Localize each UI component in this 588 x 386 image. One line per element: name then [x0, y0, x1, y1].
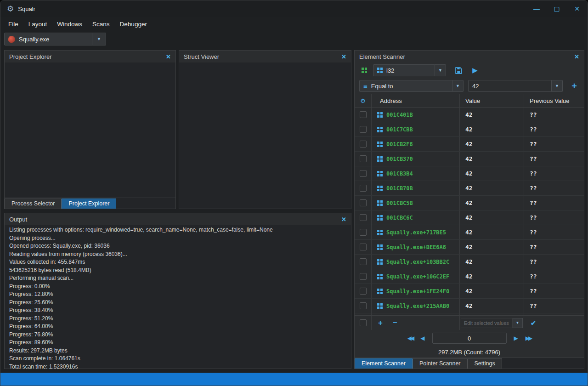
result-previous-value: ??	[530, 141, 537, 148]
address-cell: Squally.exe+106C2EF	[371, 269, 459, 284]
value-column-header[interactable]: Value	[459, 94, 524, 107]
start-scan-button[interactable]: ▶	[470, 65, 480, 75]
previous-value-cell: ??	[524, 225, 584, 239]
previous-page-button[interactable]: ◀	[420, 335, 424, 341]
result-value: 42	[465, 126, 473, 133]
scan-result-row[interactable]: 001CB3B4 42 ??	[355, 166, 584, 181]
freeze-checkbox[interactable]	[360, 302, 367, 309]
edit-value-dropdown-arrow[interactable]: ▼	[513, 318, 523, 328]
data-type-dropdown[interactable]: i32	[373, 64, 435, 76]
maximize-button[interactable]: ▢	[553, 5, 561, 12]
freeze-cell	[355, 166, 371, 181]
page-number-input[interactable]: 0	[432, 333, 507, 344]
close-panel-icon[interactable]: ✕	[341, 53, 346, 60]
close-panel-icon[interactable]: ✕	[574, 53, 579, 60]
freeze-checkbox[interactable]	[360, 258, 367, 265]
comparison-dropdown[interactable]: ≡ Equal to	[359, 80, 452, 92]
add-result-button[interactable]: +	[378, 319, 383, 327]
edit-value-input[interactable]: Edit selected values	[461, 318, 513, 328]
add-constraint-button[interactable]: +	[569, 81, 579, 91]
freeze-checkbox[interactable]	[360, 214, 367, 221]
address-column-header[interactable]: Address	[371, 94, 459, 107]
menu-item[interactable]: Scans	[87, 19, 115, 29]
previous-value-column-header[interactable]: Previous Value	[524, 94, 584, 107]
scan-value-input[interactable]: 42	[468, 80, 552, 92]
app-window: ⚙ Squalr — ▢ ✕ File Layout Windows Scans…	[0, 0, 588, 386]
process-selector[interactable]: Squally.exe	[4, 33, 92, 45]
freeze-checkbox[interactable]	[360, 288, 367, 295]
struct-viewer-header: Struct Viewer ✕	[179, 51, 351, 62]
freeze-cell	[355, 240, 371, 254]
commit-values-button[interactable]: ✔	[524, 319, 536, 327]
result-address: 001CBC5B	[386, 200, 413, 206]
close-panel-icon[interactable]: ✕	[166, 53, 171, 60]
scan-result-row[interactable]: 001CB370 42 ??	[355, 152, 584, 166]
output-header: Output ✕	[5, 213, 351, 225]
chevron-down-icon: ▼	[516, 321, 520, 325]
freeze-cell	[355, 181, 371, 195]
freeze-checkbox[interactable]	[360, 185, 367, 192]
scan-result-row[interactable]: 001CBC6C 42 ??	[355, 210, 584, 225]
freeze-checkbox[interactable]	[360, 199, 367, 206]
data-type-grid-icon	[377, 244, 383, 250]
scan-result-row[interactable]: 001C7CBB 42 ??	[355, 122, 584, 137]
scan-result-row[interactable]: 001CB2F8 42 ??	[355, 137, 584, 152]
tab-project-explorer[interactable]: Project Explorer	[62, 199, 116, 209]
menu-item[interactable]: Layout	[23, 19, 52, 29]
freeze-checkbox[interactable]	[360, 244, 367, 250]
freeze-cell	[355, 225, 371, 239]
value-cell: 42	[459, 122, 524, 136]
freeze-checkbox[interactable]	[360, 229, 367, 236]
tab-settings[interactable]: Settings	[468, 358, 502, 369]
menu-item[interactable]: Debugger	[115, 19, 152, 29]
tab-process-selector[interactable]: Process Selector	[5, 199, 62, 209]
scan-result-row[interactable]: Squally.exe+1FE24F0 42 ??	[355, 284, 584, 299]
process-selector-row: Squally.exe ▼	[0, 31, 588, 47]
tab-element-scanner[interactable]: Element Scanner	[355, 358, 413, 369]
result-address: Squally.exe+717BE5	[386, 229, 446, 236]
last-page-button[interactable]: ▶▶	[526, 335, 531, 341]
scan-result-row[interactable]: Squally.exe+BEE6A8 42 ??	[355, 240, 584, 255]
value-cell: 42	[459, 137, 524, 151]
menu-item[interactable]: Windows	[52, 19, 87, 29]
save-results-icon[interactable]	[453, 65, 464, 75]
close-button[interactable]: ✕	[573, 5, 581, 12]
tab-pointer-scanner[interactable]: Pointer Scanner	[413, 358, 468, 369]
log-line: Performing manual scan...	[9, 274, 346, 283]
scan-result-row[interactable]: 001C401B 42 ??	[355, 108, 584, 122]
select-all-checkbox[interactable]	[360, 319, 367, 326]
results-grid-icon[interactable]	[359, 65, 369, 75]
freeze-checkbox[interactable]	[360, 273, 367, 280]
close-panel-icon[interactable]: ✕	[341, 216, 346, 223]
previous-value-cell: ??	[524, 240, 584, 254]
freeze-checkbox[interactable]	[360, 141, 367, 148]
element-scanner-panel: Element Scanner ✕ i32 ▼	[354, 50, 584, 369]
scan-results-list[interactable]: 001C401B 42 ??	[355, 108, 584, 315]
menu-bar: File Layout Windows Scans Debugger	[0, 17, 588, 31]
freeze-cell	[355, 137, 371, 151]
comparison-dropdown-arrow[interactable]: ▼	[452, 80, 464, 92]
result-address: 001CB3B4	[386, 170, 413, 177]
minimize-button[interactable]: —	[532, 5, 541, 12]
scan-value-dropdown-arrow[interactable]: ▼	[552, 80, 563, 92]
data-type-grid-icon	[377, 171, 383, 176]
scan-result-row[interactable]: 001CBC5B 42 ??	[355, 196, 584, 210]
menu-item[interactable]: File	[3, 19, 23, 29]
scan-result-row[interactable]: Squally.exe+106C2EF 42 ??	[355, 269, 584, 284]
scan-result-row[interactable]: Squally.exe+717BE5 42 ??	[355, 225, 584, 240]
freeze-checkbox[interactable]	[360, 155, 367, 162]
scan-result-row[interactable]: Squally.exe+215AAB0 42 ??	[355, 299, 584, 313]
freeze-column-header: ⚙	[355, 94, 371, 107]
data-type-dropdown-arrow[interactable]: ▼	[435, 64, 446, 76]
scan-result-row[interactable]: 001CB70B 42 ??	[355, 181, 584, 196]
scan-result-row[interactable]: Squally.exe+103BB2C 42 ??	[355, 255, 584, 269]
freeze-checkbox[interactable]	[360, 111, 367, 118]
freeze-checkbox[interactable]	[360, 170, 367, 177]
first-page-button[interactable]: ◀◀	[407, 335, 413, 341]
delete-result-button[interactable]: −	[393, 319, 397, 327]
next-page-button[interactable]: ▶	[514, 335, 518, 341]
result-value: 42	[465, 185, 473, 192]
freeze-checkbox[interactable]	[360, 126, 367, 133]
edit-buttons-cell: + −	[371, 316, 459, 330]
process-dropdown-button[interactable]: ▼	[92, 33, 106, 45]
